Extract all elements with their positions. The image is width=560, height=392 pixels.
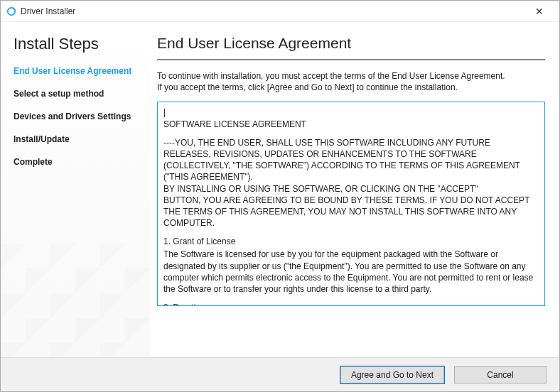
page-title: End User License Agreement: [157, 35, 545, 52]
license-title: SOFTWARE LICENSE AGREEMENT: [163, 119, 539, 130]
app-icon: [6, 6, 16, 16]
step-eula[interactable]: End User License Agreement: [14, 66, 140, 76]
main-panel: End User License Agreement To continue w…: [150, 22, 559, 357]
license-s1-title: 1. Grant of License: [163, 236, 539, 247]
sidebar-heading: Install Steps: [14, 35, 140, 53]
instructions: To continue with installation, you must …: [157, 70, 545, 93]
license-s1-body: The Software is licensed for use by you …: [163, 249, 539, 295]
title-rule: [157, 59, 545, 60]
titlebar: Driver Installer ✕: [1, 1, 559, 22]
step-setup-method[interactable]: Select a setup method: [14, 89, 140, 99]
steps-list: End User License Agreement Select a setu…: [14, 66, 140, 167]
footer: Agree and Go to Next Cancel: [1, 357, 559, 391]
close-button[interactable]: ✕: [525, 6, 554, 17]
license-intro: ----YOU, THE END USER, SHALL USE THIS SO…: [163, 137, 539, 229]
window-root: Driver Installer ✕ Install Steps End Use…: [0, 0, 560, 392]
step-install-update[interactable]: Install/Update: [14, 134, 140, 144]
sidebar: Install Steps End User License Agreement…: [1, 22, 150, 357]
window-title: Driver Installer: [21, 6, 525, 16]
step-complete[interactable]: Complete: [14, 157, 140, 167]
license-cursor: |: [163, 107, 539, 118]
instruction-line-2: If you accept the terms, click [Agree an…: [157, 82, 458, 92]
cancel-button[interactable]: Cancel: [454, 366, 546, 383]
body: Install Steps End User License Agreement…: [1, 22, 559, 357]
agree-next-button[interactable]: Agree and Go to Next: [340, 366, 444, 383]
step-devices-drivers[interactable]: Devices and Drivers Settings: [14, 111, 140, 121]
license-s2-title: 2. Duration: [163, 302, 539, 306]
instruction-line-1: To continue with installation, you must …: [157, 71, 505, 81]
license-textbox[interactable]: | SOFTWARE LICENSE AGREEMENT ----YOU, TH…: [157, 102, 545, 306]
